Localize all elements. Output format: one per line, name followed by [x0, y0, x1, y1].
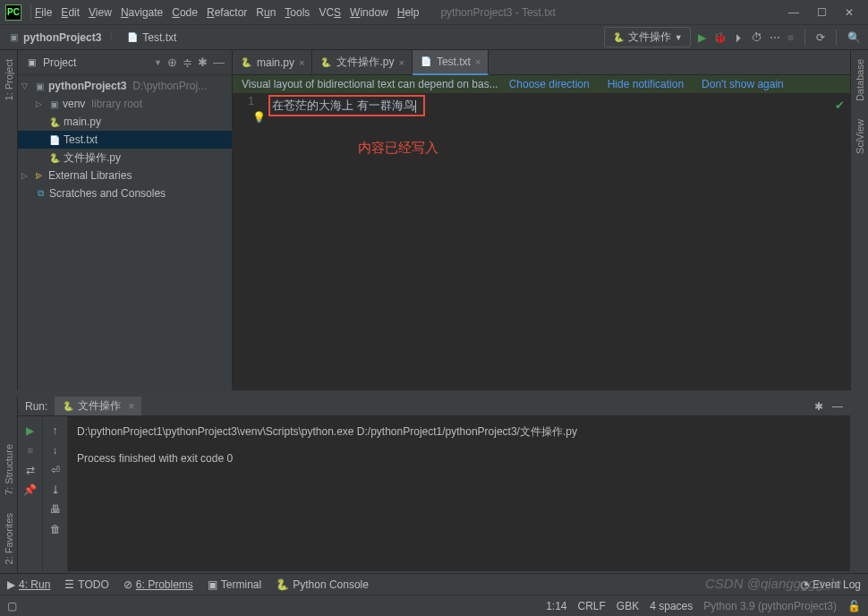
- breadcrumb-project[interactable]: pythonProject3: [23, 31, 101, 44]
- menu-navigate[interactable]: Navigate: [121, 6, 163, 19]
- menu-tools[interactable]: Tools: [285, 6, 310, 19]
- watermark: CSDN @qianggggg_lu: [705, 576, 841, 591]
- print-button[interactable]: 🖶: [50, 503, 61, 516]
- tool-todo[interactable]: ☰ TODO: [64, 578, 108, 591]
- title-bar: PC File Edit View Navigate Code Refactor…: [0, 0, 868, 25]
- debug-button[interactable]: 🐞: [713, 31, 727, 44]
- tool-database[interactable]: Database: [855, 59, 865, 101]
- run-coverage-button[interactable]: ⏵: [734, 31, 745, 44]
- profile-button[interactable]: ⏱: [752, 31, 762, 44]
- down-button[interactable]: ↓: [53, 444, 58, 457]
- wrap-button[interactable]: ⏎: [51, 464, 60, 476]
- attach-button[interactable]: ⋯: [770, 31, 780, 44]
- run-output[interactable]: D:\pythonProject1\pythonProject3\venv\Sc…: [68, 398, 850, 571]
- run-panel-header: Run: 🐍 文件操作 × ✱ —: [18, 397, 850, 416]
- run-config-label: 文件操作: [628, 30, 671, 45]
- breadcrumb-file[interactable]: Test.txt: [142, 31, 176, 44]
- close-icon[interactable]: ×: [398, 57, 404, 68]
- layout-button[interactable]: ⇄: [26, 464, 35, 476]
- up-button[interactable]: ↑: [53, 424, 58, 437]
- menu-edit[interactable]: Edit: [61, 6, 80, 19]
- chevron-down-icon[interactable]: ▼: [154, 58, 162, 67]
- inspection-ok-icon[interactable]: ✔: [835, 98, 845, 112]
- run-settings-icon[interactable]: ✱: [814, 400, 823, 413]
- close-icon[interactable]: ×: [475, 56, 481, 67]
- folder-icon: ▣: [7, 31, 20, 44]
- hide-button[interactable]: —: [213, 56, 225, 69]
- menu-window[interactable]: Window: [350, 6, 388, 19]
- rerun-button[interactable]: ▶: [26, 424, 34, 437]
- stop-button[interactable]: ■: [787, 31, 794, 44]
- run-button[interactable]: ▶: [698, 31, 706, 44]
- tool-structure[interactable]: 7: Structure: [4, 444, 14, 495]
- editor: 🐍 main.py × 🐍 文件操作.py × 📄 Test.txt × Vis…: [233, 50, 850, 390]
- locate-button[interactable]: ⊕: [167, 56, 177, 69]
- tree-fileop[interactable]: 🐍文件操作.py: [18, 149, 232, 167]
- line-separator[interactable]: CRLF: [578, 600, 606, 612]
- tool-run[interactable]: ▶ 4: Run: [7, 578, 50, 591]
- menu-code[interactable]: Code: [172, 6, 198, 19]
- menu-file[interactable]: File: [35, 6, 52, 19]
- settings-icon[interactable]: ✱: [198, 56, 208, 69]
- project-tree: ▽▣ pythonProject3 D:\pythonProj... ▷▣ ve…: [18, 75, 232, 390]
- lock-icon[interactable]: 🔓: [847, 600, 861, 612]
- tab-fileop[interactable]: 🐍 文件操作.py ×: [312, 50, 412, 75]
- maximize-button[interactable]: ☐: [817, 6, 827, 19]
- menu-run[interactable]: Run: [256, 6, 276, 19]
- menu-help[interactable]: Help: [397, 6, 420, 19]
- scroll-button[interactable]: ⤓: [51, 483, 60, 496]
- run-tab[interactable]: 🐍 文件操作 ×: [55, 397, 141, 415]
- python-icon: 🐍: [612, 31, 625, 44]
- tree-test[interactable]: 📄Test.txt: [18, 131, 232, 149]
- tab-label: Test.txt: [437, 56, 471, 68]
- menu-vcs[interactable]: VCS: [319, 6, 341, 19]
- python-icon: 🐍: [319, 56, 332, 69]
- tree-venv[interactable]: ▷▣ venv library root: [18, 95, 232, 113]
- tab-main[interactable]: 🐍 main.py ×: [233, 50, 312, 75]
- interpreter[interactable]: Python 3.9 (pythonProject3): [703, 600, 837, 612]
- close-button[interactable]: ✕: [845, 6, 854, 19]
- close-icon[interactable]: ×: [299, 57, 304, 68]
- menu-refactor[interactable]: Refactor: [207, 6, 247, 19]
- tool-pyconsole[interactable]: 🐍 Python Console: [276, 578, 369, 591]
- indent-setting[interactable]: 4 spaces: [650, 600, 693, 612]
- stop-run-button[interactable]: ■: [27, 444, 33, 457]
- editor-banner: Visual layout of bidirectional text can …: [233, 75, 850, 93]
- tool-project[interactable]: 1: Project: [4, 59, 14, 100]
- tool-problems[interactable]: ⊘ 6: Problems: [123, 578, 193, 591]
- tree-scratches[interactable]: ⧉ Scratches and Consoles: [18, 184, 232, 202]
- run-config-dropdown[interactable]: 🐍 文件操作 ▼: [604, 27, 691, 47]
- close-icon[interactable]: ×: [128, 400, 134, 413]
- minimize-button[interactable]: ―: [788, 6, 799, 19]
- run-title: Run:: [25, 400, 47, 413]
- tree-external[interactable]: ▷⫸ External Libraries: [18, 167, 232, 184]
- editor-tabs: 🐍 main.py × 🐍 文件操作.py × 📄 Test.txt ×: [233, 50, 850, 75]
- pin-button[interactable]: 📌: [23, 483, 37, 496]
- file-icon: 📄: [420, 56, 432, 68]
- run-panel: ▶ ■ ⇄ 📌 ↑ ↓ ⏎ ⤓ 🖶 🗑 D:\pythonProject1\py…: [18, 397, 850, 571]
- tool-terminal[interactable]: ▣ Terminal: [208, 578, 261, 591]
- tab-test[interactable]: 📄 Test.txt ×: [413, 50, 489, 75]
- tree-main[interactable]: 🐍main.py: [18, 113, 232, 131]
- python-icon: 🐍: [62, 400, 74, 413]
- breadcrumb: ▣ pythonProject3 〉 📄 Test.txt: [7, 30, 176, 45]
- search-button[interactable]: 🔍: [847, 31, 861, 44]
- menu-view[interactable]: View: [89, 6, 112, 19]
- intention-bulb-icon[interactable]: 💡: [252, 111, 266, 124]
- file-encoding[interactable]: GBK: [617, 600, 639, 612]
- tool-sciview[interactable]: SciView: [855, 119, 865, 154]
- clear-button[interactable]: 🗑: [50, 523, 61, 535]
- tree-root[interactable]: ▽▣ pythonProject3 D:\pythonProj...: [18, 77, 232, 95]
- banner-dont-show[interactable]: Don't show again: [702, 78, 784, 90]
- project-icon: ▣: [25, 56, 38, 69]
- vcs-button[interactable]: ⟳: [816, 31, 825, 44]
- banner-hide-notification[interactable]: Hide notification: [608, 78, 684, 90]
- expand-button[interactable]: ≑: [183, 56, 192, 69]
- banner-choose-direction[interactable]: Choose direction: [509, 78, 590, 90]
- caret-position[interactable]: 1:14: [546, 600, 566, 612]
- editor-content[interactable]: 在苍茫的大海上 有一群海鸟: [268, 95, 425, 116]
- tool-favorites[interactable]: 2: Favorites: [4, 513, 14, 564]
- toolwindows-button[interactable]: ▢: [7, 600, 17, 612]
- tab-label: 文件操作.py: [336, 55, 394, 70]
- run-hide-button[interactable]: —: [832, 400, 843, 413]
